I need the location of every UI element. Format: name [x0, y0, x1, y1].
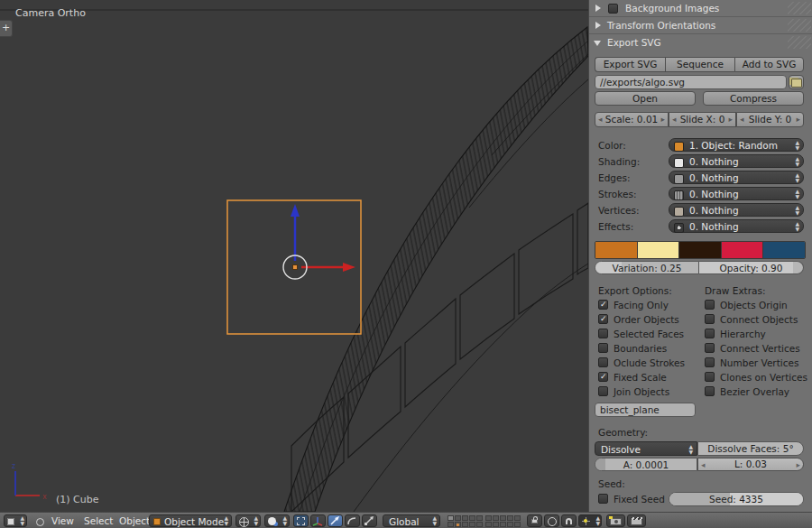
viewport-3d[interactable]: x z Camera Ortho (1) Cube + — [0, 0, 588, 512]
panel-grip[interactable] — [788, 2, 811, 14]
collapse-menus-icon[interactable] — [36, 518, 44, 526]
render-still-button[interactable] — [606, 514, 625, 527]
checkbox-label[interactable]: Bezier Overlay — [720, 386, 789, 397]
palette-swatch[interactable] — [638, 242, 680, 258]
connect-vertices-checkbox[interactable] — [705, 343, 715, 353]
open-button[interactable]: Open — [595, 91, 696, 106]
join-objects-checkbox[interactable] — [598, 386, 608, 396]
bisect-plane-name-input[interactable]: bisect_plane — [595, 403, 696, 417]
expand-arrow-icon[interactable] — [595, 22, 601, 29]
dropdown-arrows-icon[interactable]: ▲▼ — [688, 444, 693, 455]
dissolve-dropdown[interactable]: Dissolve ▲▼ — [595, 441, 697, 456]
fixed-seed-checkbox[interactable] — [598, 494, 608, 504]
collapse-arrow-icon[interactable] — [594, 41, 601, 46]
dropdown-arrows-icon[interactable]: ▲▼ — [795, 140, 799, 151]
checkbox-label[interactable]: Fixed Seed — [614, 494, 665, 505]
toolshelf-expand-button[interactable]: + — [0, 20, 13, 37]
facing-only-checkbox[interactable] — [598, 300, 608, 310]
manipulator-x-arrowhead[interactable] — [343, 263, 355, 272]
scale-number-field[interactable]: Scale: 0.01 — [595, 112, 669, 127]
section-title[interactable]: Background Images — [625, 3, 719, 14]
dissolve-faces-button[interactable]: Dissolve Faces: 5° — [697, 441, 804, 456]
effects-dropdown[interactable]: 0. Nothing ▲▼ — [669, 219, 804, 233]
checkbox-label[interactable]: Selected Faces — [614, 329, 684, 339]
slide-y-number-field[interactable]: Slide Y: 0 — [736, 112, 804, 127]
panel-grip[interactable] — [788, 19, 811, 32]
layer-grid-right[interactable] — [485, 515, 521, 527]
dropdown-arrows-icon[interactable]: ▲▼ — [254, 515, 258, 526]
section-title[interactable]: Export SVG — [607, 37, 661, 48]
checkbox-label[interactable]: Connect Objects — [720, 314, 798, 325]
checkbox-label[interactable]: Hierarchy — [720, 329, 766, 339]
snap-element-dropdown[interactable]: ▲▼ — [578, 514, 602, 527]
translate-manipulator-button[interactable] — [328, 514, 343, 527]
panel-header-transform-orientations[interactable]: Transform Orientations — [589, 17, 812, 34]
checkbox-label[interactable]: Join Objects — [614, 386, 669, 397]
layer-grid-left[interactable] — [448, 515, 483, 527]
proportional-edit-button[interactable] — [544, 514, 559, 527]
orientation-dropdown[interactable]: Global ▲▼ — [383, 514, 440, 527]
angle-slider[interactable]: A: 0.0001 — [595, 458, 697, 471]
compress-button[interactable]: Compress — [703, 91, 804, 106]
strokes-dropdown[interactable]: 0. Nothing ▲▼ — [669, 187, 804, 200]
dropdown-arrows-icon[interactable]: ▲▼ — [595, 515, 600, 526]
dropdown-arrows-icon[interactable]: ▲▼ — [20, 515, 24, 526]
add-to-svg-button[interactable]: Add to SVG — [734, 57, 804, 72]
mode-dropdown[interactable]: Object Mode ▲▼ — [149, 514, 232, 527]
menu-object[interactable]: Object — [119, 515, 150, 526]
render-animation-button[interactable] — [627, 514, 646, 527]
number-vertices-checkbox[interactable] — [705, 357, 715, 367]
palette-swatch[interactable] — [763, 242, 805, 258]
palette-swatch[interactable] — [679, 242, 722, 258]
bezier-overlay-checkbox[interactable] — [705, 386, 715, 396]
file-browse-button[interactable] — [789, 75, 804, 89]
dropdown-arrows-icon[interactable]: ▲▼ — [224, 515, 228, 526]
clones-on-vertices-checkbox[interactable] — [705, 372, 715, 382]
dropdown-arrows-icon[interactable]: ▲▼ — [795, 205, 799, 216]
checkbox-label[interactable]: Oclude Strokes — [614, 357, 685, 368]
pivot-point-dropdown[interactable]: ▲▼ — [235, 514, 261, 527]
objects-origin-checkbox[interactable] — [705, 300, 715, 310]
opacity-slider[interactable]: Opacity: 0.90 — [699, 261, 804, 274]
section-title[interactable]: Transform Orientations — [607, 20, 715, 31]
checkbox-label[interactable]: Fixed Scale — [614, 372, 667, 383]
rotate-manipulator-button[interactable] — [345, 514, 360, 527]
variation-slider[interactable]: Variation: 0.25 — [595, 261, 699, 274]
color-dropdown[interactable]: 1. Object: Random ▲▼ — [669, 138, 804, 152]
hierarchy-checkbox[interactable] — [705, 329, 715, 338]
export-svg-button[interactable]: Export SVG — [595, 57, 665, 72]
shading-dropdown[interactable]: 0. Nothing ▲▼ — [669, 154, 804, 168]
menu-select[interactable]: Select — [84, 515, 113, 526]
edges-dropdown[interactable]: 0. Nothing ▲▼ — [669, 171, 804, 184]
fixed-scale-checkbox[interactable] — [598, 372, 608, 382]
dropdown-arrows-icon[interactable]: ▲▼ — [432, 515, 437, 526]
checkbox-label[interactable]: Connect Vertices — [720, 343, 800, 354]
palette-swatch[interactable] — [595, 242, 638, 258]
editor-type-dropdown[interactable]: ▲▼ — [4, 514, 27, 527]
order-objects-checkbox[interactable] — [598, 314, 608, 324]
checkbox-label[interactable]: Number Vertices — [720, 357, 798, 368]
viewport-shading-dropdown[interactable]: ▲▼ — [264, 514, 290, 527]
palette-swatch[interactable] — [722, 242, 764, 258]
manipulator-axes-button[interactable] — [310, 514, 326, 527]
scale-manipulator-button[interactable] — [362, 514, 377, 527]
checkbox-label[interactable]: Facing Only — [614, 300, 669, 310]
checkbox-label[interactable]: Order Objects — [614, 314, 679, 325]
lock-to-scene-button[interactable] — [527, 514, 542, 527]
seed-slider[interactable]: Seed: 4335 — [669, 492, 804, 506]
slide-x-number-field[interactable]: Slide X: 0 — [669, 112, 736, 127]
manipulator-toggle-button[interactable] — [293, 514, 309, 527]
panel-header-export-svg[interactable]: Export SVG — [589, 34, 812, 51]
dropdown-arrows-icon[interactable]: ▲▼ — [795, 189, 799, 199]
checkbox-label[interactable]: Boundaries — [614, 343, 667, 354]
dropdown-arrows-icon[interactable]: ▲▼ — [795, 221, 799, 232]
vertices-dropdown[interactable]: 0. Nothing ▲▼ — [669, 203, 804, 217]
sequence-button[interactable]: Sequence — [665, 57, 734, 72]
panel-header-background-images[interactable]: Background Images — [589, 0, 812, 17]
selected-faces-checkbox[interactable] — [598, 329, 608, 338]
length-number-field[interactable]: L: 0.03 — [697, 458, 804, 471]
oclude-strokes-checkbox[interactable] — [598, 357, 608, 367]
manipulator-z-arrowhead[interactable] — [291, 204, 300, 217]
panel-grip[interactable] — [788, 36, 811, 49]
checkbox-label[interactable]: Objects Origin — [720, 300, 788, 310]
